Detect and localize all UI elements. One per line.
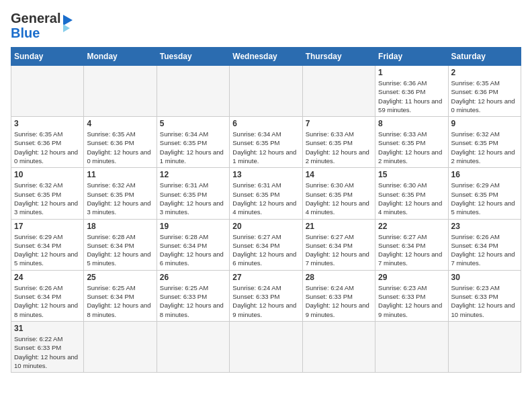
calendar-week-row: 31Sunrise: 6:22 AM Sunset: 6:33 PM Dayli… bbox=[11, 321, 521, 372]
day-number: 26 bbox=[160, 273, 226, 282]
day-info: Sunrise: 6:26 AM Sunset: 6:34 PM Dayligh… bbox=[451, 232, 518, 268]
day-info: Sunrise: 6:26 AM Sunset: 6:34 PM Dayligh… bbox=[14, 283, 81, 319]
day-info: Sunrise: 6:33 AM Sunset: 6:35 PM Dayligh… bbox=[378, 130, 445, 165]
day-number: 8 bbox=[378, 119, 445, 128]
day-number: 31 bbox=[14, 324, 81, 333]
calendar-cell: 8Sunrise: 6:33 AM Sunset: 6:35 PM Daylig… bbox=[375, 117, 448, 168]
calendar-header-row: SundayMondayTuesdayWednesdayThursdayFrid… bbox=[11, 48, 521, 66]
day-info: Sunrise: 6:35 AM Sunset: 6:36 PM Dayligh… bbox=[14, 130, 81, 165]
calendar-cell bbox=[11, 66, 84, 117]
calendar-cell bbox=[375, 321, 448, 372]
calendar-table: SundayMondayTuesdayWednesdayThursdayFrid… bbox=[11, 47, 521, 373]
day-number: 14 bbox=[306, 170, 372, 179]
column-header-monday: Monday bbox=[84, 48, 157, 66]
calendar-cell: 26Sunrise: 6:25 AM Sunset: 6:33 PM Dayli… bbox=[157, 270, 229, 321]
svg-marker-0 bbox=[63, 15, 73, 26]
calendar-cell: 2Sunrise: 6:35 AM Sunset: 6:36 PM Daylig… bbox=[448, 66, 521, 117]
day-info: Sunrise: 6:27 AM Sunset: 6:34 PM Dayligh… bbox=[232, 232, 299, 268]
day-info: Sunrise: 6:32 AM Sunset: 6:35 PM Dayligh… bbox=[451, 130, 518, 165]
day-info: Sunrise: 6:24 AM Sunset: 6:33 PM Dayligh… bbox=[306, 283, 372, 319]
calendar-cell: 7Sunrise: 6:33 AM Sunset: 6:35 PM Daylig… bbox=[302, 117, 375, 168]
calendar-cell bbox=[448, 321, 521, 372]
calendar-week-row: 3Sunrise: 6:35 AM Sunset: 6:36 PM Daylig… bbox=[11, 117, 521, 168]
calendar-cell: 14Sunrise: 6:30 AM Sunset: 6:35 PM Dayli… bbox=[302, 168, 375, 219]
calendar-cell: 22Sunrise: 6:27 AM Sunset: 6:34 PM Dayli… bbox=[375, 219, 448, 270]
calendar-week-row: 10Sunrise: 6:32 AM Sunset: 6:35 PM Dayli… bbox=[11, 168, 521, 219]
calendar-cell: 11Sunrise: 6:32 AM Sunset: 6:35 PM Dayli… bbox=[84, 168, 157, 219]
column-header-saturday: Saturday bbox=[448, 48, 521, 66]
day-info: Sunrise: 6:32 AM Sunset: 6:35 PM Dayligh… bbox=[14, 181, 81, 216]
logo: GeneralBlue bbox=[11, 11, 75, 40]
calendar-cell: 12Sunrise: 6:31 AM Sunset: 6:35 PM Dayli… bbox=[157, 168, 229, 219]
day-number: 16 bbox=[451, 170, 518, 179]
day-number: 22 bbox=[378, 222, 445, 231]
column-header-sunday: Sunday bbox=[11, 48, 84, 66]
day-number: 3 bbox=[14, 119, 81, 128]
day-info: Sunrise: 6:28 AM Sunset: 6:34 PM Dayligh… bbox=[87, 232, 153, 268]
day-number: 21 bbox=[306, 222, 372, 231]
day-number: 18 bbox=[87, 222, 153, 231]
day-info: Sunrise: 6:29 AM Sunset: 6:34 PM Dayligh… bbox=[14, 232, 81, 268]
day-number: 10 bbox=[14, 170, 81, 179]
day-info: Sunrise: 6:27 AM Sunset: 6:34 PM Dayligh… bbox=[378, 232, 445, 268]
svg-marker-1 bbox=[63, 24, 70, 32]
calendar-cell bbox=[84, 66, 157, 117]
calendar-cell: 27Sunrise: 6:24 AM Sunset: 6:33 PM Dayli… bbox=[230, 270, 302, 321]
day-info: Sunrise: 6:31 AM Sunset: 6:35 PM Dayligh… bbox=[160, 181, 226, 216]
calendar-cell: 23Sunrise: 6:26 AM Sunset: 6:34 PM Dayli… bbox=[448, 219, 521, 270]
calendar-cell: 25Sunrise: 6:25 AM Sunset: 6:34 PM Dayli… bbox=[84, 270, 157, 321]
day-number: 29 bbox=[378, 273, 445, 282]
day-info: Sunrise: 6:35 AM Sunset: 6:36 PM Dayligh… bbox=[87, 130, 153, 165]
calendar-cell: 13Sunrise: 6:31 AM Sunset: 6:35 PM Dayli… bbox=[230, 168, 302, 219]
calendar-cell: 9Sunrise: 6:32 AM Sunset: 6:35 PM Daylig… bbox=[448, 117, 521, 168]
calendar-cell: 3Sunrise: 6:35 AM Sunset: 6:36 PM Daylig… bbox=[11, 117, 84, 168]
calendar-cell: 19Sunrise: 6:28 AM Sunset: 6:34 PM Dayli… bbox=[157, 219, 229, 270]
calendar-cell bbox=[302, 321, 375, 372]
column-header-thursday: Thursday bbox=[302, 48, 375, 66]
calendar-cell: 31Sunrise: 6:22 AM Sunset: 6:33 PM Dayli… bbox=[11, 321, 84, 372]
day-info: Sunrise: 6:29 AM Sunset: 6:35 PM Dayligh… bbox=[451, 181, 518, 216]
calendar-cell: 24Sunrise: 6:26 AM Sunset: 6:34 PM Dayli… bbox=[11, 270, 84, 321]
day-info: Sunrise: 6:23 AM Sunset: 6:33 PM Dayligh… bbox=[451, 283, 518, 319]
calendar-cell bbox=[157, 321, 229, 372]
calendar-week-row: 24Sunrise: 6:26 AM Sunset: 6:34 PM Dayli… bbox=[11, 270, 521, 321]
day-number: 19 bbox=[160, 222, 226, 231]
day-info: Sunrise: 6:34 AM Sunset: 6:35 PM Dayligh… bbox=[232, 130, 299, 165]
calendar-cell: 1Sunrise: 6:36 AM Sunset: 6:36 PM Daylig… bbox=[375, 66, 448, 117]
day-number: 13 bbox=[232, 170, 299, 179]
logo-general-text: General bbox=[11, 11, 60, 26]
calendar-cell: 6Sunrise: 6:34 AM Sunset: 6:35 PM Daylig… bbox=[230, 117, 302, 168]
calendar-cell bbox=[302, 66, 375, 117]
day-number: 23 bbox=[451, 222, 518, 231]
calendar-cell bbox=[230, 321, 302, 372]
day-number: 11 bbox=[87, 170, 153, 179]
day-number: 30 bbox=[451, 273, 518, 282]
calendar-cell bbox=[157, 66, 229, 117]
logo-blue-text: Blue bbox=[11, 26, 60, 40]
day-info: Sunrise: 6:23 AM Sunset: 6:33 PM Dayligh… bbox=[378, 283, 445, 319]
calendar-cell: 5Sunrise: 6:34 AM Sunset: 6:35 PM Daylig… bbox=[157, 117, 229, 168]
day-info: Sunrise: 6:30 AM Sunset: 6:35 PM Dayligh… bbox=[306, 181, 372, 216]
day-info: Sunrise: 6:27 AM Sunset: 6:34 PM Dayligh… bbox=[306, 232, 372, 268]
calendar-cell: 10Sunrise: 6:32 AM Sunset: 6:35 PM Dayli… bbox=[11, 168, 84, 219]
day-number: 25 bbox=[87, 273, 153, 282]
day-info: Sunrise: 6:32 AM Sunset: 6:35 PM Dayligh… bbox=[87, 181, 153, 216]
column-header-friday: Friday bbox=[375, 48, 448, 66]
calendar-cell: 15Sunrise: 6:30 AM Sunset: 6:35 PM Dayli… bbox=[375, 168, 448, 219]
day-number: 2 bbox=[451, 68, 518, 77]
calendar-week-row: 17Sunrise: 6:29 AM Sunset: 6:34 PM Dayli… bbox=[11, 219, 521, 270]
calendar-cell bbox=[230, 66, 302, 117]
day-info: Sunrise: 6:25 AM Sunset: 6:34 PM Dayligh… bbox=[87, 283, 153, 319]
day-info: Sunrise: 6:24 AM Sunset: 6:33 PM Dayligh… bbox=[232, 283, 299, 319]
page-header: GeneralBlue bbox=[11, 11, 521, 40]
day-number: 6 bbox=[232, 119, 299, 128]
calendar-cell: 16Sunrise: 6:29 AM Sunset: 6:35 PM Dayli… bbox=[448, 168, 521, 219]
day-number: 15 bbox=[378, 170, 445, 179]
day-number: 12 bbox=[160, 170, 226, 179]
day-info: Sunrise: 6:28 AM Sunset: 6:34 PM Dayligh… bbox=[160, 232, 226, 268]
logo-triangle-icon bbox=[63, 12, 75, 39]
day-info: Sunrise: 6:25 AM Sunset: 6:33 PM Dayligh… bbox=[160, 283, 226, 319]
day-info: Sunrise: 6:22 AM Sunset: 6:33 PM Dayligh… bbox=[14, 334, 81, 370]
day-number: 28 bbox=[306, 273, 372, 282]
column-header-tuesday: Tuesday bbox=[157, 48, 229, 66]
